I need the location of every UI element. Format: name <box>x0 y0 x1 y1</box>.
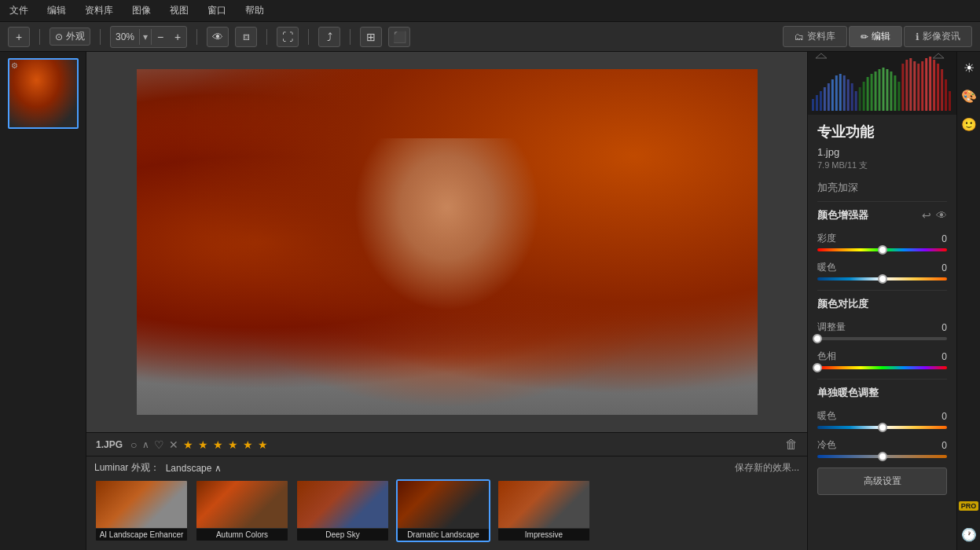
zoom-in-button[interactable]: + <box>169 27 186 47</box>
add-button[interactable]: + <box>8 27 30 47</box>
preset-impressive-thumb <box>498 481 589 528</box>
filmstrip-button[interactable]: ⬛ <box>388 27 410 47</box>
svg-rect-32 <box>925 58 927 111</box>
toolbar-separator-2 <box>100 29 101 45</box>
delete-button[interactable]: 🗑 <box>785 438 798 452</box>
presets-category-selector[interactable]: Landscape ∧ <box>166 463 222 474</box>
hue-thumb[interactable] <box>813 363 822 372</box>
toolbar-separator-5 <box>308 29 309 45</box>
star-3[interactable]: ★ <box>213 438 223 451</box>
tab-edit-label: 编辑 <box>872 30 890 43</box>
hue-slider[interactable] <box>817 366 947 369</box>
appearance-icon: ⊙ <box>55 31 63 42</box>
menu-item-image[interactable]: 图像 <box>129 2 154 19</box>
appearance-button[interactable]: ⊙ 外观 <box>50 28 90 46</box>
right-main: 专业功能 1.jpg 7.9 MB/11 支 加亮加深 颜色增强器 ↩ 👁 <box>808 52 956 550</box>
hue-value: 0 <box>941 351 947 362</box>
info-icon: ℹ <box>916 31 919 42</box>
favorite-button[interactable]: ♡ <box>154 438 164 451</box>
save-effect-button[interactable]: 保存新的效果... <box>735 461 799 475</box>
reject-button[interactable]: ✕ <box>169 438 178 451</box>
amount-thumb[interactable] <box>813 334 822 343</box>
panel-title: 专业功能 <box>817 123 947 141</box>
shadow-warmth-thumb[interactable] <box>878 423 887 432</box>
saturation-value: 0 <box>941 233 947 244</box>
top-toolbar: + ⊙ 外观 30% ▾ − + 👁 ⧈ ⛶ ⤴ ⊞ ⬛ 🗂 资料库 ✏ 编辑 … <box>0 22 980 52</box>
grid-button[interactable]: ⊞ <box>360 27 382 47</box>
filmstrip-item-1[interactable]: ⚙ <box>8 58 79 129</box>
tab-info[interactable]: ℹ 影像资讯 <box>904 26 972 47</box>
star-4[interactable]: ★ <box>228 438 238 451</box>
hue-label: 色相 <box>817 350 836 363</box>
zoom-value: 30% <box>111 29 140 45</box>
shadow-warmth-slider-row: 暖色 0 <box>817 409 947 429</box>
presets-category-label: Landscape <box>166 463 212 474</box>
image-viewport[interactable] <box>86 52 807 432</box>
svg-rect-20 <box>879 69 881 111</box>
filmstrip: ⚙ <box>0 52 86 550</box>
cool-thumb[interactable] <box>878 452 887 461</box>
color-enhancer-controls: ↩ 👁 <box>922 209 947 222</box>
saturation-slider[interactable] <box>817 248 947 251</box>
menu-item-library[interactable]: 资料库 <box>82 2 116 19</box>
toolbar-separator-1 <box>39 29 40 45</box>
star-2[interactable]: ★ <box>198 438 208 451</box>
library-icon: 🗂 <box>795 31 804 42</box>
amount-value: 0 <box>941 322 947 333</box>
crop-button[interactable]: ⛶ <box>277 27 299 47</box>
warmth-thumb[interactable] <box>878 274 887 284</box>
palette-icon-button[interactable]: 🎨 <box>960 86 978 105</box>
menu-item-window[interactable]: 窗口 <box>204 2 229 19</box>
svg-rect-22 <box>886 69 888 111</box>
warmth-slider[interactable] <box>817 277 947 280</box>
preset-ai-landscape[interactable]: AI Landscape Enhancer <box>94 479 189 542</box>
star-1[interactable]: ★ <box>183 438 193 451</box>
face-overlay <box>354 138 540 311</box>
menu-item-view[interactable]: 视图 <box>167 2 192 19</box>
warm-shadows-title: 单独暖色调整 <box>817 386 879 400</box>
preset-deep-sky[interactable]: Deep Sky <box>295 479 390 542</box>
star-6[interactable]: ★ <box>258 438 268 451</box>
svg-rect-5 <box>820 91 822 111</box>
menu-bar: 文件 编辑 资料库 图像 视图 窗口 帮助 <box>0 0 980 22</box>
clock-icon-button[interactable]: 🕐 <box>960 525 978 544</box>
preview-button[interactable]: 👁 <box>207 27 229 47</box>
shadow-warmth-slider[interactable] <box>817 426 947 429</box>
amount-slider[interactable] <box>817 337 947 340</box>
cool-label: 冷色 <box>817 438 836 452</box>
zoom-out-button[interactable]: − <box>152 27 169 47</box>
amount-label-row: 调整量 0 <box>817 321 947 334</box>
tab-library[interactable]: 🗂 资料库 <box>783 26 847 47</box>
sun-icon-button[interactable]: ☀ <box>960 58 978 77</box>
export-button[interactable]: ⤴ <box>318 27 340 47</box>
star-5[interactable]: ★ <box>243 438 253 451</box>
advanced-settings-button[interactable]: 高级设置 <box>817 468 947 495</box>
split-view-button[interactable]: ⧈ <box>235 27 257 47</box>
shadow-warmth-label-row: 暖色 0 <box>817 409 947 423</box>
color-enhancer-title: 颜色增强器 <box>817 208 868 222</box>
cool-slider[interactable] <box>817 455 947 458</box>
reset-color-enhancer-button[interactable]: ↩ <box>922 209 931 222</box>
svg-rect-27 <box>905 60 908 111</box>
svg-rect-13 <box>851 83 853 111</box>
shadow-warmth-label: 暖色 <box>817 409 836 423</box>
face-icon-button[interactable]: 🙂 <box>960 115 978 134</box>
toggle-color-enhancer-button[interactable]: 👁 <box>936 209 947 222</box>
svg-rect-15 <box>859 87 861 111</box>
preset-impressive[interactable]: Impressive <box>497 479 591 542</box>
preset-autumn-colors[interactable]: Autumn Colors <box>195 479 289 542</box>
preset-impressive-label: Impressive <box>498 529 589 541</box>
preset-autumn-label: Autumn Colors <box>196 529 288 541</box>
preset-dramatic-landscape[interactable]: Dramatic Landscape <box>396 479 490 542</box>
flag-button[interactable]: ○ <box>130 438 137 451</box>
menu-item-edit[interactable]: 编辑 <box>44 2 69 19</box>
saturation-thumb[interactable] <box>878 245 887 255</box>
svg-rect-10 <box>839 74 842 111</box>
menu-item-help[interactable]: 帮助 <box>242 2 267 19</box>
toolbar-separator-4 <box>266 29 267 45</box>
preset-dramatic-thumb <box>398 481 489 528</box>
pro-badge-button[interactable]: PRO <box>960 497 978 515</box>
menu-item-file[interactable]: 文件 <box>6 2 31 19</box>
mode-tabs: 🗂 资料库 ✏ 编辑 ℹ 影像资讯 <box>783 26 972 47</box>
tab-edit[interactable]: ✏ 编辑 <box>849 26 902 47</box>
